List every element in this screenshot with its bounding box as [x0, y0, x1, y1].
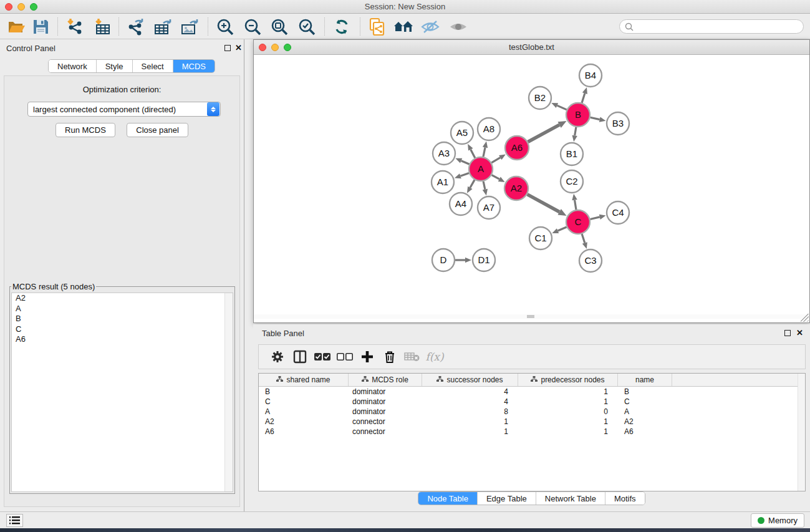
table-cell[interactable]: C: [259, 397, 349, 407]
result-item[interactable]: A6: [12, 334, 233, 345]
graph-node-B4[interactable]: B4: [579, 64, 602, 87]
table-cell[interactable]: A6: [259, 427, 349, 437]
zoom-in-icon[interactable]: [215, 17, 236, 37]
graph-edge-C-C4[interactable]: [590, 217, 599, 220]
node-table[interactable]: shared nameMCDS rolesuccessor nodesprede…: [258, 373, 806, 491]
graph-edge-A-A1[interactable]: [460, 173, 469, 177]
table-cell[interactable]: connector: [349, 427, 422, 437]
graph-edge-A-A4[interactable]: [470, 180, 475, 188]
column-header-predecessor-nodes[interactable]: predecessor nodes: [518, 374, 618, 386]
table-cell[interactable]: 1: [422, 427, 518, 437]
table-cell[interactable]: 1: [518, 417, 618, 427]
graph-node-D1[interactable]: D1: [473, 249, 495, 271]
task-history-button[interactable]: [6, 514, 23, 527]
table-row[interactable]: Adominator80A: [259, 407, 805, 417]
network-canvas[interactable]: A5A8A3AA1A4A7A6A2B2B4BB3B1C2CC4C1C3DD1: [254, 55, 809, 319]
graph-node-C[interactable]: C: [566, 210, 590, 234]
table-float-panel-icon[interactable]: [784, 330, 791, 336]
graph-edge-A-A5[interactable]: [471, 150, 475, 158]
result-scrollbar[interactable]: [224, 293, 233, 491]
graph-edge-B-B4[interactable]: [582, 94, 585, 103]
memory-button[interactable]: Memory: [751, 513, 804, 528]
graph-edge-A-A8[interactable]: [483, 147, 485, 157]
zoom-selected-icon[interactable]: [296, 17, 317, 37]
graph-edge-A-A6[interactable]: [491, 158, 500, 163]
export-table-icon[interactable]: [152, 17, 173, 37]
column-view-icon[interactable]: [289, 347, 311, 366]
graph-node-A6[interactable]: A6: [505, 136, 529, 160]
graph-edge-B-B2[interactable]: [557, 105, 566, 110]
graph-node-B[interactable]: B: [566, 103, 590, 127]
graph-node-C3[interactable]: C3: [579, 249, 602, 272]
table-cell[interactable]: 4: [422, 387, 518, 397]
show-all-eye-icon[interactable]: [448, 17, 469, 37]
graph-node-A1[interactable]: A1: [432, 171, 454, 193]
tab-network[interactable]: Network: [49, 60, 97, 72]
import-table-icon[interactable]: [92, 17, 113, 37]
graph-edge-C-C1[interactable]: [558, 227, 567, 231]
hide-selected-eye-slash-icon[interactable]: [420, 17, 441, 37]
table-cell[interactable]: dominator: [349, 387, 422, 397]
add-icon[interactable]: [356, 347, 378, 366]
deselect-all-checkboxes-icon[interactable]: [334, 347, 356, 366]
trash-icon[interactable]: [378, 347, 401, 366]
graph-node-B1[interactable]: B1: [561, 143, 583, 165]
table-cell[interactable]: 1: [518, 427, 618, 437]
table-cell[interactable]: A: [618, 407, 672, 417]
table-scrollbar[interactable]: [798, 374, 805, 491]
zoom-out-icon[interactable]: [242, 17, 263, 37]
tab-node-table[interactable]: Node Table: [418, 492, 478, 505]
graph-node-C4[interactable]: C4: [607, 201, 629, 224]
table-row[interactable]: Bdominator41B: [259, 387, 805, 397]
graph-node-A7[interactable]: A7: [478, 196, 500, 219]
graph-node-B3[interactable]: B3: [607, 112, 629, 135]
table-cell[interactable]: B: [618, 387, 672, 397]
table-row[interactable]: Cdominator41C: [259, 397, 805, 407]
tab-network-table[interactable]: Network Table: [536, 492, 605, 505]
export-network-icon[interactable]: [125, 17, 147, 37]
table-close-panel-icon[interactable]: ✕: [796, 327, 803, 339]
table-cell[interactable]: dominator: [349, 397, 422, 407]
table-cell[interactable]: dominator: [349, 407, 422, 417]
tab-edge-table[interactable]: Edge Table: [478, 492, 536, 505]
result-item[interactable]: B: [12, 314, 233, 324]
float-panel-icon[interactable]: [224, 45, 231, 51]
graph-node-A8[interactable]: A8: [478, 118, 500, 140]
tab-motifs[interactable]: Motifs: [605, 492, 645, 505]
mcds-result-list[interactable]: A2ABCA6: [11, 293, 233, 492]
graph-node-A4[interactable]: A4: [450, 193, 472, 215]
delete-table-icon[interactable]: [401, 347, 423, 366]
table-cell[interactable]: A6: [618, 427, 672, 437]
result-item[interactable]: C: [12, 324, 233, 335]
graph-edge-A6-B[interactable]: [528, 125, 560, 142]
graph-node-C1[interactable]: C1: [529, 227, 552, 249]
column-header-shared-name[interactable]: shared name: [259, 374, 349, 386]
graph-edge-C-C3[interactable]: [582, 234, 585, 243]
gear-icon[interactable]: [266, 347, 289, 366]
graph-node-A5[interactable]: A5: [451, 122, 473, 144]
network-window-titlebar[interactable]: testGlobe.txt: [254, 40, 809, 55]
close-panel-button[interactable]: Close panel: [127, 123, 188, 137]
save-icon[interactable]: [30, 17, 51, 37]
tab-select[interactable]: Select: [133, 60, 173, 72]
table-cell[interactable]: A2: [618, 417, 672, 427]
table-cell[interactable]: 4: [422, 397, 518, 407]
graph-node-D[interactable]: D: [432, 249, 455, 271]
search-field[interactable]: [619, 19, 804, 34]
table-cell[interactable]: connector: [349, 417, 422, 427]
table-cell[interactable]: 1: [422, 417, 518, 427]
table-cell[interactable]: C: [618, 397, 672, 407]
criterion-dropdown[interactable]: largest connected component (directed): [27, 102, 221, 117]
graph-node-A3[interactable]: A3: [433, 142, 455, 165]
graph-node-B2[interactable]: B2: [529, 87, 551, 109]
neighbors-houses-icon[interactable]: [393, 17, 414, 37]
graph-node-A2[interactable]: A2: [504, 177, 528, 200]
tab-mcds[interactable]: MCDS: [173, 60, 215, 72]
table-cell[interactable]: 1: [518, 387, 618, 397]
table-row[interactable]: A6connector11A6: [259, 427, 805, 437]
table-cell[interactable]: A: [259, 407, 349, 417]
table-cell[interactable]: 1: [518, 397, 618, 407]
table-cell[interactable]: B: [259, 387, 349, 397]
open-folder-icon[interactable]: [6, 17, 27, 37]
table-cell[interactable]: 8: [422, 407, 518, 417]
